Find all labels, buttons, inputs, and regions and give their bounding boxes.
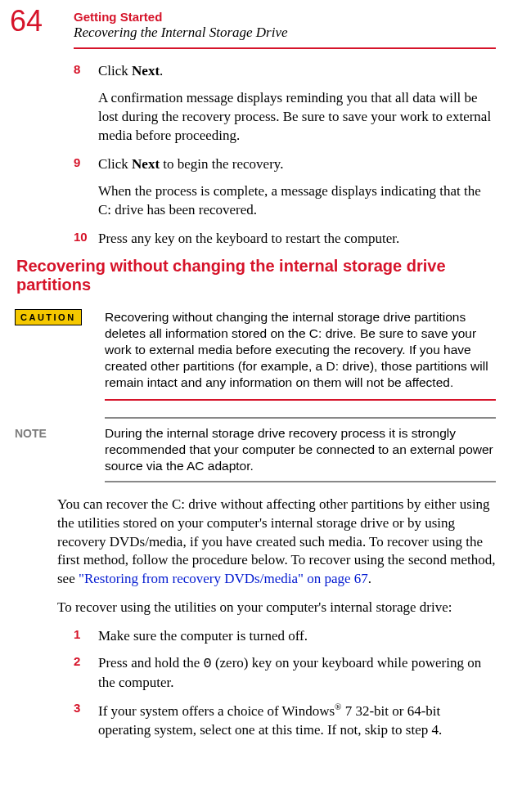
header-divider <box>74 47 496 49</box>
step-text: Make sure the computer is turned off. <box>98 627 496 646</box>
caution-block: CAUTION Recovering without changing the … <box>74 309 496 392</box>
step-number: 2 <box>74 654 98 693</box>
step-8: 8 Click Next. <box>74 62 496 81</box>
main-content: 8 Click Next. A confirmation message dis… <box>0 62 522 740</box>
step-text: Press and hold the 0 (zero) key on your … <box>98 654 496 693</box>
step-number: 8 <box>74 62 98 81</box>
step-sub-text: When the process is complete, a message … <box>98 182 496 220</box>
caution-text: Recovering without changing the internal… <box>105 309 496 392</box>
page-number: 64 <box>0 7 74 36</box>
note-text: During the internal storage drive recove… <box>105 425 496 474</box>
subsection-title: Recovering the Internal Storage Drive <box>74 25 522 41</box>
note-label: NOTE <box>15 425 105 474</box>
step-text: If your system offers a choice of Window… <box>98 701 496 740</box>
note-block: NOTE During the internal storage drive r… <box>74 425 496 474</box>
header-titles: Getting Started Recovering the Internal … <box>74 7 522 41</box>
step-1: 1 Make sure the computer is turned off. <box>74 627 496 646</box>
page-header: 64 Getting Started Recovering the Intern… <box>0 0 522 44</box>
step-text: Click Next. <box>98 62 496 81</box>
section-title: Getting Started <box>74 10 522 24</box>
step-number: 10 <box>74 230 98 249</box>
step-2: 2 Press and hold the 0 (zero) key on you… <box>74 654 496 693</box>
step-9: 9 Click Next to begin the recovery. <box>74 155 496 174</box>
step-10: 10 Press any key on the keyboard to rest… <box>74 230 496 249</box>
link-restoring-dvds[interactable]: "Restoring from recovery DVDs/media" on … <box>79 571 368 586</box>
step-text: Click Next to begin the recovery. <box>98 155 496 174</box>
step-sub-text: A confirmation message displays remindin… <box>98 89 496 146</box>
step-3: 3 If your system offers a choice of Wind… <box>74 701 496 740</box>
step-number: 9 <box>74 155 98 174</box>
step-number: 1 <box>74 627 98 646</box>
caution-label: CAUTION <box>15 309 82 325</box>
step-text: Press any key on the keyboard to restart… <box>98 230 496 249</box>
step-number: 3 <box>74 701 98 740</box>
heading-recovering-partitions: Recovering without changing the internal… <box>16 257 496 294</box>
caution-label-wrapper: CAUTION <box>15 309 105 392</box>
paragraph-1: You can recover the C: drive without aff… <box>57 496 496 590</box>
caution-divider <box>105 399 496 401</box>
paragraph-2: To recover using the utilities on your c… <box>57 599 496 617</box>
note-divider-bottom <box>105 481 496 482</box>
note-divider-top <box>105 417 496 419</box>
